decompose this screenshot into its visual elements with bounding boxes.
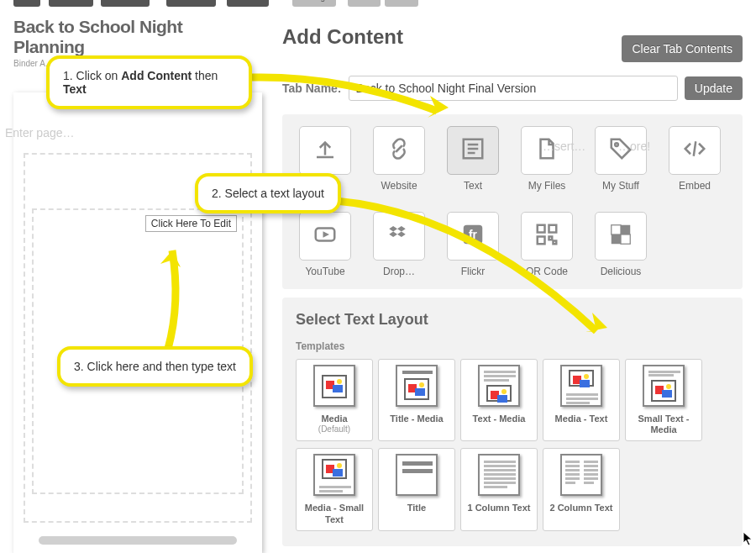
template-smalltext-media[interactable]: Small Text - Media	[625, 359, 702, 441]
upload-icon	[312, 136, 338, 165]
callout-text: 1. Click on	[63, 69, 121, 82]
callout-text: then	[192, 69, 218, 82]
template-label: 2 Column Text	[547, 503, 616, 514]
tag-icon	[608, 136, 633, 165]
type-label: My Files	[517, 180, 576, 192]
svg-text:fr: fr	[469, 229, 478, 241]
template-label: Media - Text	[547, 413, 616, 424]
text-icon	[460, 136, 486, 165]
type-flickr[interactable]: fr Flickr	[444, 212, 502, 277]
type-text[interactable]: Text	[444, 126, 502, 192]
content-types-panel: …sert… …ore! Upload Website Text	[282, 114, 743, 289]
clear-tab-contents-button[interactable]: Clear Tab Contents	[622, 35, 743, 62]
svg-rect-9	[621, 225, 630, 234]
type-label: YouTube	[296, 266, 354, 277]
svg-rect-8	[612, 225, 621, 234]
type-label: Text	[444, 180, 502, 192]
svg-rect-7	[538, 237, 545, 245]
conn-button[interactable]: Conn…	[227, 0, 269, 7]
type-label: Flickr	[444, 266, 502, 277]
type-qrcode[interactable]: QR Code	[517, 212, 576, 277]
type-embed[interactable]: Embed	[665, 126, 724, 192]
callout-2: 2. Select a text layout	[195, 173, 341, 213]
templates-panel: Select Text Layout Templates Media (Defa…	[282, 298, 743, 546]
delicious-icon	[608, 222, 633, 250]
update-button[interactable]: Update	[685, 76, 743, 100]
type-label: Embed	[665, 180, 724, 192]
callout-text: Add Content	[121, 69, 192, 82]
template-label: Small Text - Media	[629, 413, 698, 435]
template-label: Media	[300, 413, 369, 424]
type-label: Drop…	[370, 266, 428, 277]
code-icon	[682, 136, 707, 165]
template-2col[interactable]: 2 Column Text	[543, 448, 620, 530]
template-label: Title	[382, 503, 451, 514]
add-content-title: Add Content	[282, 25, 403, 49]
callout-3: 3. Click here and then type text	[57, 346, 253, 387]
template-title-media[interactable]: Title - Media	[378, 359, 455, 441]
callout-1: 1. Click on Add Content then Text	[46, 55, 252, 109]
callout-text: Text	[63, 82, 87, 96]
callout-text: 3. Click here and then type text	[74, 360, 236, 373]
type-label: QR Code	[517, 266, 576, 277]
template-text-media[interactable]: Text - Media	[460, 359, 538, 441]
editor-canvas: Enter page… Click Here To Edit	[13, 92, 262, 553]
page-title: Back to School Night Planning	[13, 17, 257, 57]
template-label: Media - Small Text	[300, 503, 369, 524]
subtab-button[interactable]: Sub Tab	[49, 0, 93, 7]
svg-rect-11	[621, 234, 630, 244]
type-label: Website	[370, 180, 428, 192]
file-icon	[534, 136, 559, 165]
link-icon	[386, 136, 412, 165]
templates-title: Select Text Layout	[296, 311, 729, 329]
type-label: My Stuff	[591, 180, 650, 192]
svg-point-1	[615, 143, 618, 146]
template-label: 1 Column Text	[465, 503, 533, 514]
template-title[interactable]: Title	[378, 448, 455, 530]
qrcode-icon	[534, 222, 559, 250]
type-mystuff[interactable]: My Stuff	[591, 126, 650, 192]
click-to-edit-button[interactable]: Click Here To Edit	[145, 215, 237, 232]
ghost-text: Enter page…	[5, 126, 75, 140]
template-media[interactable]: Media (Default)	[296, 359, 373, 441]
youtube-icon	[312, 222, 338, 250]
cursor-icon	[743, 531, 754, 546]
type-youtube[interactable]: YouTube	[296, 212, 354, 277]
template-1col[interactable]: 1 Column Text	[460, 448, 538, 530]
tab-name-input[interactable]	[349, 76, 678, 101]
svg-rect-10	[612, 234, 621, 244]
dropbox-icon	[386, 222, 412, 250]
type-label: Delicious	[591, 266, 650, 277]
callout-text: 2. Select a text layout	[212, 187, 324, 200]
type-website[interactable]: Website	[370, 126, 428, 192]
template-media-text[interactable]: Media - Text	[543, 359, 620, 441]
tab-button[interactable]: Tab	[13, 0, 40, 7]
type-delicious[interactable]: Delicious	[591, 212, 650, 277]
svg-rect-5	[538, 225, 545, 233]
type-myfiles[interactable]: My Files	[517, 126, 576, 192]
flickr-icon: fr	[460, 222, 486, 250]
horizontal-scrollbar[interactable]	[39, 536, 237, 545]
template-media-smalltext[interactable]: Media - Small Text	[296, 448, 373, 530]
template-label: Title - Media	[382, 413, 451, 424]
movetab-button[interactable]: Move Tab	[166, 0, 216, 7]
templates-subtitle: Templates	[296, 340, 729, 352]
svg-rect-6	[549, 225, 557, 233]
basetab-button[interactable]: Base Tab	[101, 0, 150, 7]
type-dropbox[interactable]: Drop…	[370, 212, 428, 277]
template-sublabel: (Default)	[300, 424, 369, 434]
tab-name-label: Tab Name:	[282, 82, 342, 95]
template-label: Text - Media	[465, 413, 533, 424]
